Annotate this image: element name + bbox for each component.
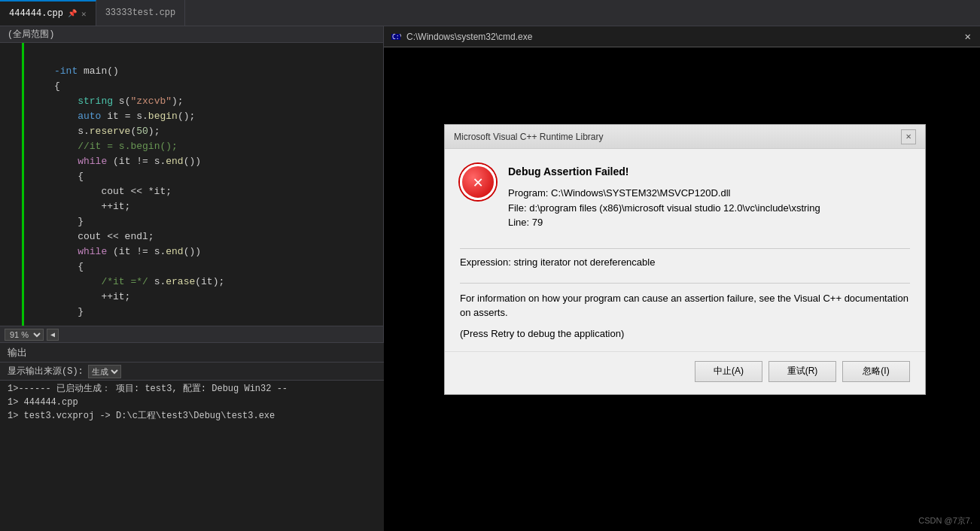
tab-33333test[interactable]: 33333test.cpp [96, 0, 186, 26]
retry-button[interactable]: 重试(R) [768, 361, 836, 382]
right-panel: C:\ C:\Windows\system32\cmd.exe ✕ Micros… [384, 26, 980, 531]
ignore-button[interactable]: 忽略(I) [842, 361, 910, 382]
dialog-separator-1 [460, 248, 910, 249]
main-content: (全局范围) -int main(){ string s("zxcvb"); a… [0, 26, 980, 531]
dialog-buttons: 中止(A) 重试(R) 忽略(I) [445, 351, 925, 394]
zoom-select[interactable]: 91 % [5, 329, 44, 341]
dialog-program-line: Program: C:\Windows\SYSTEM32\MSVCP120D.d… [508, 186, 820, 201]
title-bar: 444444.cpp 📌 ✕ 33333test.cpp [0, 0, 980, 26]
line-numbers [24, 43, 48, 326]
dialog-close-btn[interactable]: ✕ [901, 129, 916, 144]
tab-label-444444: 444444.cpp [9, 8, 63, 19]
dialog-top-row: Debug Assertion Failed! Program: C:\Wind… [460, 164, 910, 230]
scroll-left-btn[interactable]: ◀ [47, 329, 59, 341]
gutter-bar [0, 43, 24, 326]
error-icon [460, 164, 496, 200]
dialog-expression: Expression: string iterator not derefere… [460, 256, 910, 268]
editor-bottom-bar: 91 % ◀ [0, 326, 383, 342]
tab-close-444444[interactable]: ✕ [81, 9, 87, 19]
output-panel: 输出 显示输出来源(S): 生成 1>------ 已启动生成： 项目: tes… [0, 342, 384, 432]
breadcrumb: (全局范围) [0, 26, 383, 43]
cmd-close-btn[interactable]: ✕ [962, 30, 974, 43]
output-source-select[interactable]: 生成 [88, 365, 121, 378]
output-source-row: 显示输出来源(S): 生成 [0, 363, 384, 381]
dialog-body: Debug Assertion Failed! Program: C:\Wind… [445, 149, 925, 351]
dialog-info-text: For information on how your program can … [460, 291, 910, 320]
dialog-title-text: Microsoft Visual C++ Runtime Library [454, 132, 604, 142]
output-header: 输出 [0, 343, 384, 363]
tab-label-33333test: 33333test.cpp [105, 8, 176, 18]
cmd-title-text: C:\Windows\system32\cmd.exe [406, 32, 532, 42]
dialog-line-info: Line: 79 [508, 215, 820, 230]
error-dialog: Microsoft Visual C++ Runtime Library ✕ D… [444, 124, 926, 395]
code-area: -int main(){ string s("zxcvb"); auto it … [0, 43, 383, 326]
tab-444444[interactable]: 444444.cpp 📌 ✕ [0, 0, 96, 26]
output-lines-area: 1>------ 已启动生成： 项目: test3, 配置: Debug Win… [0, 381, 384, 432]
dialog-main-text: Debug Assertion Failed! Program: C:\Wind… [508, 164, 820, 230]
abort-button[interactable]: 中止(A) [695, 361, 762, 382]
output-line: 1>------ 已启动生成： 项目: test3, 配置: Debug Win… [8, 382, 376, 396]
dialog-separator-2 [460, 283, 910, 284]
cmd-title-bar: C:\ C:\Windows\system32\cmd.exe ✕ [384, 26, 980, 47]
code-content: -int main(){ string s("zxcvb"); auto it … [48, 43, 383, 326]
output-line: 1> 444444.cpp [8, 396, 376, 409]
dialog-assertion-title: Debug Assertion Failed! [508, 164, 820, 180]
tab-pin-icon: 📌 [68, 9, 77, 18]
dialog-file-line: File: d:\program files (x86)\microsoft v… [508, 201, 820, 216]
left-side: (全局范围) -int main(){ string s("zxcvb"); a… [0, 26, 384, 531]
csdn-watermark: CSDN @7京7. [918, 515, 972, 526]
editor-panel: (全局范围) -int main(){ string s("zxcvb"); a… [0, 26, 384, 342]
dialog-retry-note: (Press Retry to debug the application) [460, 328, 910, 339]
svg-text:C:\: C:\ [392, 34, 401, 41]
dialog-title-bar: Microsoft Visual C++ Runtime Library ✕ [445, 125, 925, 149]
output-line: 1> test3.vcxproj -> D:\c工程\test3\Debug\t… [8, 409, 376, 423]
cmd-icon: C:\ [390, 31, 402, 43]
